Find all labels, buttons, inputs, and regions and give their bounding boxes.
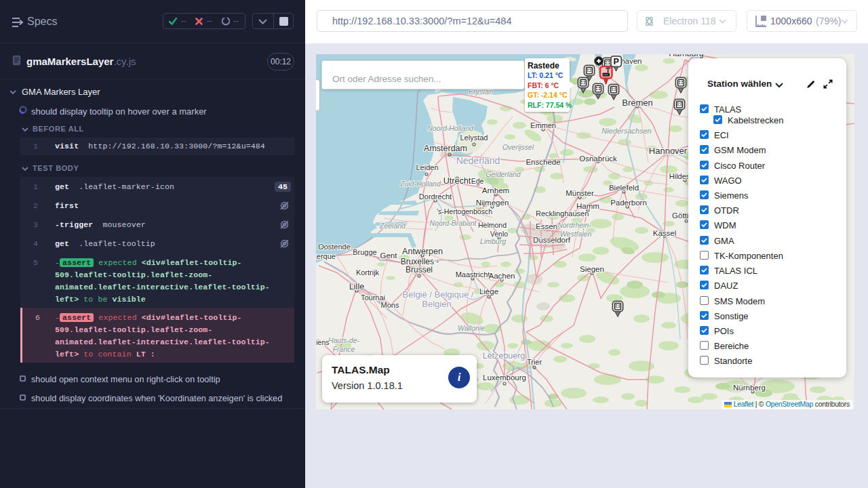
svg-text:P: P bbox=[613, 57, 618, 66]
